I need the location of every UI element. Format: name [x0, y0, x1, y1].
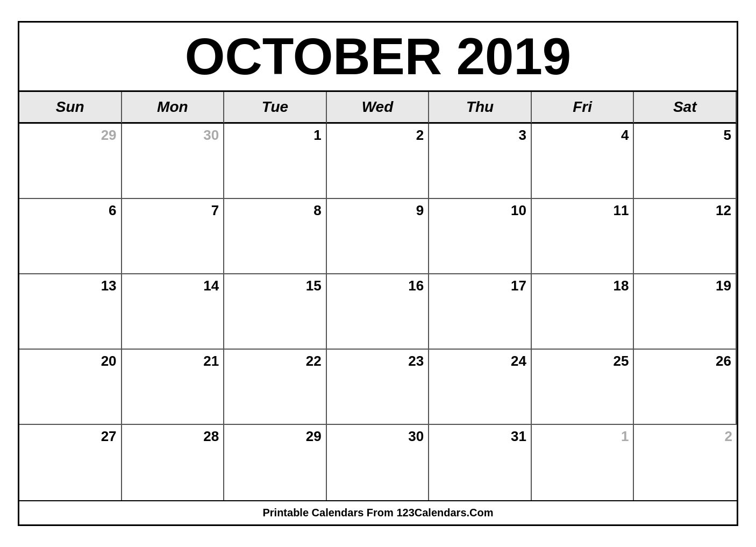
day-cell[interactable]: 2 [634, 425, 737, 500]
day-cell[interactable]: 2 [327, 124, 430, 199]
day-cell[interactable]: 26 [634, 350, 737, 425]
header-thu: Thu [429, 92, 532, 124]
header-wed: Wed [327, 92, 430, 124]
footer-brand: 123Calendars.Com [396, 507, 493, 518]
header-sun: Sun [19, 92, 122, 124]
day-cell[interactable]: 6 [19, 199, 122, 274]
day-cell[interactable]: 24 [429, 350, 532, 425]
day-cell[interactable]: 4 [532, 124, 634, 199]
day-cell[interactable]: 20 [19, 350, 122, 425]
day-cell[interactable]: 14 [122, 274, 225, 350]
day-cell[interactable]: 10 [429, 199, 532, 274]
header-fri: Fri [532, 92, 634, 124]
header-mon: Mon [122, 92, 225, 124]
day-cell[interactable]: 22 [224, 350, 327, 425]
day-cell[interactable]: 31 [429, 425, 532, 500]
day-cell[interactable]: 30 [327, 425, 430, 500]
day-cell[interactable]: 1 [532, 425, 634, 500]
calendar-container: OCTOBER 2019 Sun Mon Tue Wed Thu Fri Sat… [18, 21, 738, 526]
day-cell[interactable]: 19 [634, 274, 737, 350]
day-cell[interactable]: 18 [532, 274, 634, 350]
day-cell[interactable]: 9 [327, 199, 430, 274]
header-sat: Sat [634, 92, 737, 124]
day-cell[interactable]: 23 [327, 350, 430, 425]
header-tue: Tue [224, 92, 327, 124]
calendar-title: OCTOBER 2019 [19, 23, 737, 92]
day-cell[interactable]: 7 [122, 199, 225, 274]
calendar-grid: Sun Mon Tue Wed Thu Fri Sat 29 30 1 2 3 … [19, 92, 737, 500]
day-cell[interactable]: 12 [634, 199, 737, 274]
day-cell[interactable]: 3 [429, 124, 532, 199]
calendar-footer: Printable Calendars From 123Calendars.Co… [19, 500, 737, 524]
day-cell[interactable]: 13 [19, 274, 122, 350]
day-cell[interactable]: 8 [224, 199, 327, 274]
day-cell[interactable]: 15 [224, 274, 327, 350]
day-cell[interactable]: 5 [634, 124, 737, 199]
day-cell[interactable]: 1 [224, 124, 327, 199]
day-cell[interactable]: 27 [19, 425, 122, 500]
day-cell[interactable]: 28 [122, 425, 225, 500]
day-cell[interactable]: 11 [532, 199, 634, 274]
day-cell[interactable]: 16 [327, 274, 430, 350]
day-cell[interactable]: 25 [532, 350, 634, 425]
day-cell[interactable]: 17 [429, 274, 532, 350]
footer-text: Printable Calendars From [262, 507, 396, 518]
day-cell[interactable]: 29 [224, 425, 327, 500]
day-cell[interactable]: 30 [122, 124, 225, 199]
day-cell[interactable]: 21 [122, 350, 225, 425]
day-cell[interactable]: 29 [19, 124, 122, 199]
